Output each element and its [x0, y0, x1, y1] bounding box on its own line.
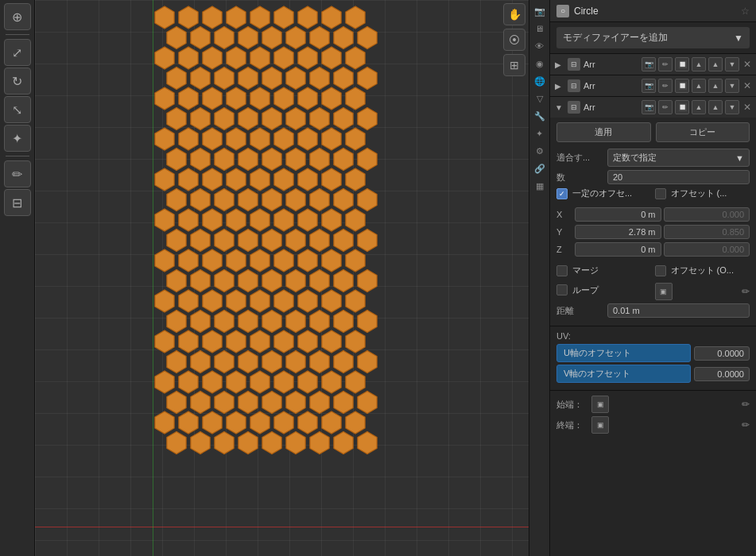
z-right-field[interactable]: 0.000: [664, 242, 750, 257]
physics-icon[interactable]: ⚙: [532, 143, 548, 159]
v-offset-value[interactable]: 0.0000: [694, 367, 750, 381]
z-value-field[interactable]: 0 m: [575, 242, 661, 257]
apply-button[interactable]: 適用: [556, 122, 651, 142]
mod3-cam-icon[interactable]: 📷: [642, 100, 656, 114]
v-offset-button[interactable]: V軸のオフセット: [556, 365, 691, 383]
u-offset-row: U軸のオフセット 0.0000: [556, 344, 750, 362]
rotate-tool[interactable]: ↻: [4, 68, 31, 95]
object-icon-btn[interactable]: ▽: [532, 91, 548, 106]
data-icon[interactable]: ▦: [532, 178, 548, 194]
render-icon[interactable]: 📷: [532, 3, 548, 19]
mod2-up-icon[interactable]: ▲: [708, 79, 723, 93]
y-right-field[interactable]: 0.850: [664, 225, 750, 239]
pencil-right-icon[interactable]: ✏: [742, 286, 750, 297]
scale-tool[interactable]: ⤡: [4, 96, 31, 123]
mod3-render-icon[interactable]: 🔲: [675, 100, 689, 114]
svg-marker-185: [227, 411, 246, 434]
hand-icon[interactable]: ✋: [503, 3, 525, 25]
grid-icon[interactable]: ⊞: [503, 54, 525, 76]
mod2-expand-icon[interactable]: ▶: [555, 82, 564, 91]
measure-tool[interactable]: ⊟: [4, 189, 31, 216]
constraints-icon[interactable]: 🔗: [532, 160, 548, 176]
svg-marker-189: [322, 411, 341, 434]
annotate-tool[interactable]: ✏: [4, 160, 31, 187]
u-offset-value[interactable]: 0.0000: [694, 346, 750, 361]
mod2-cam-icon[interactable]: 📷: [642, 79, 656, 93]
add-modifier-button[interactable]: モディファイアーを追加 ▼: [556, 27, 750, 48]
view-icon[interactable]: 👁: [532, 38, 548, 54]
copy-button[interactable]: コピー: [656, 122, 750, 142]
object-type-icon: ○: [556, 5, 569, 17]
svg-marker-116: [298, 249, 317, 272]
mod3-expand-icon[interactable]: ▼: [555, 103, 564, 112]
end-cap-field[interactable]: ▣: [591, 416, 609, 434]
move-tool[interactable]: ⤢: [4, 39, 31, 66]
mod3-up-icon[interactable]: ▲: [708, 100, 723, 114]
mod1-cam-icon[interactable]: 📷: [642, 57, 656, 71]
svg-marker-171: [322, 371, 341, 393]
mod1-cage-icon[interactable]: ▲: [692, 57, 706, 71]
svg-marker-106: [286, 230, 305, 252]
cursor-tool[interactable]: ⊕: [4, 3, 31, 30]
u-offset-button[interactable]: U軸のオフセット: [556, 344, 691, 362]
mod2-close-icon[interactable]: ✕: [743, 80, 751, 91]
start-pencil-icon[interactable]: ✏: [742, 399, 750, 410]
viewport[interactable]: ✋ ⦿ ⊞: [35, 0, 529, 556]
mod2-cage-icon[interactable]: ▲: [692, 79, 706, 93]
x-value-field[interactable]: 0 m: [575, 207, 661, 222]
svg-marker-96: [250, 209, 269, 231]
pin-icon[interactable]: ☆: [741, 6, 750, 17]
particles-icon[interactable]: ✦: [532, 125, 548, 141]
mod3-edit-icon[interactable]: ✏: [658, 100, 673, 114]
object-offset-right-checkbox[interactable]: [655, 265, 666, 276]
svg-marker-74: [155, 168, 174, 191]
mod1-down-icon[interactable]: ▼: [725, 57, 739, 71]
mod2-down-icon[interactable]: ▼: [725, 79, 739, 93]
svg-marker-117: [322, 249, 341, 272]
svg-marker-21: [179, 47, 198, 69]
svg-marker-133: [274, 290, 293, 312]
svg-marker-100: [346, 209, 365, 231]
count-field[interactable]: 20: [607, 170, 750, 184]
uv-section: UV: U軸のオフセット 0.0000 V軸のオフセット 0.0000: [550, 326, 756, 391]
mod2-edit-icon[interactable]: ✏: [658, 79, 673, 93]
loop-checkbox[interactable]: [556, 284, 568, 295]
mod1-expand-icon[interactable]: ▶: [555, 60, 564, 69]
start-cap-field[interactable]: ▣: [591, 396, 609, 413]
modifier-icon-btn[interactable]: 🔧: [532, 108, 548, 124]
x-right-field[interactable]: 0.000: [664, 207, 750, 222]
svg-marker-2: [155, 6, 174, 29]
mod2-render-icon[interactable]: 🔲: [675, 79, 689, 93]
scene-icon[interactable]: ◉: [532, 56, 548, 71]
mod1-close-icon[interactable]: ✕: [743, 59, 751, 70]
mod1-edit-icon[interactable]: ✏: [658, 57, 673, 71]
y-value-field[interactable]: 2.78 m: [575, 225, 661, 239]
svg-marker-103: [215, 230, 234, 252]
object-icon-right[interactable]: ▣: [655, 283, 673, 300]
distance-field[interactable]: 0.01 m: [607, 303, 750, 318]
svg-marker-76: [203, 168, 222, 191]
mod3-down-icon[interactable]: ▼: [725, 100, 739, 114]
mod1-type-icon: ⊟: [568, 58, 580, 71]
svg-marker-174: [191, 392, 210, 414]
mod1-up-icon[interactable]: ▲: [708, 57, 723, 71]
svg-marker-9: [322, 6, 341, 29]
mod3-cage-icon[interactable]: ▲: [692, 100, 706, 114]
mod3-close-icon[interactable]: ✕: [743, 102, 751, 113]
svg-marker-79: [274, 168, 293, 191]
svg-marker-43: [274, 87, 293, 110]
world-icon[interactable]: 🌐: [532, 73, 548, 89]
relative-offset-checkbox[interactable]: [655, 188, 666, 199]
svg-marker-84: [191, 189, 210, 211]
modifier-2-block: ▶ ⊟ Arr 📷 ✏ 🔲 ▲ ▲ ▼ ✕: [550, 75, 756, 97]
transform-tool[interactable]: ✦: [4, 125, 31, 152]
constant-offset-checkbox[interactable]: ✓: [556, 188, 568, 199]
output-icon[interactable]: 🖥: [532, 21, 548, 37]
svg-marker-47: [167, 108, 186, 130]
merge-checkbox[interactable]: [556, 265, 568, 276]
mod1-render-icon[interactable]: 🔲: [675, 57, 689, 71]
camera-icon[interactable]: ⦿: [503, 29, 525, 51]
end-pencil-icon[interactable]: ✏: [742, 419, 750, 431]
svg-marker-51: [262, 108, 281, 130]
fit-type-dropdown[interactable]: 定数で指定 ▼: [607, 149, 750, 167]
